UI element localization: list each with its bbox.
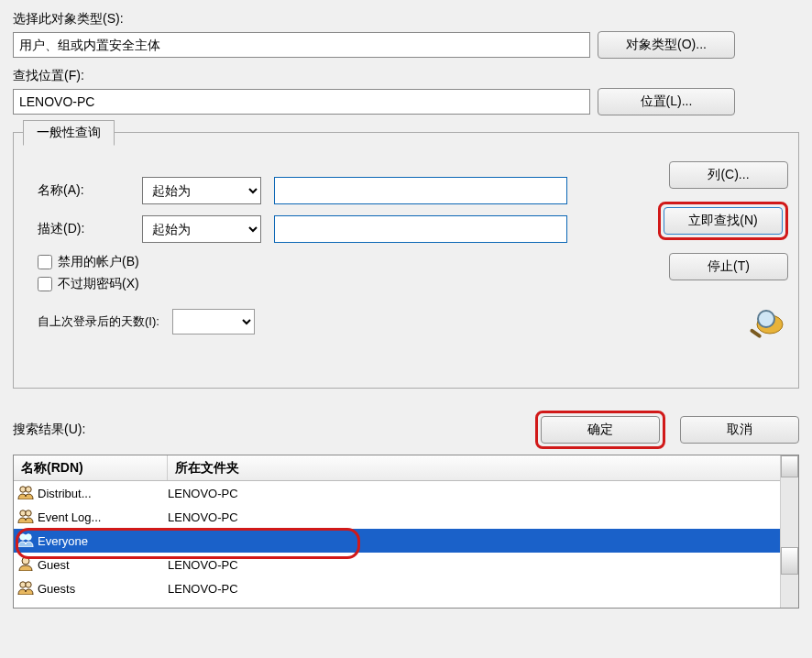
scroll-thumb[interactable] [781,547,798,575]
object-type-field[interactable]: 用户、组或内置安全主体 [13,32,590,58]
non-expiring-pw-label: 不过期密码(X) [58,276,139,292]
results-list[interactable]: 名称(RDN) 所在文件夹 Distribut...LENOVO-PCEvent… [13,455,799,609]
find-icon [733,304,788,341]
location-field[interactable]: LENOVO-PC [13,89,590,115]
result-name: Guests [38,582,75,596]
column-name-header[interactable]: 名称(RDN) [14,455,168,480]
search-results-label: 搜索结果(U): [13,422,521,438]
desc-input[interactable] [274,215,567,243]
svg-point-11 [26,581,31,587]
svg-point-3 [20,486,26,491]
find-now-button[interactable]: 立即查找(N) [664,207,783,235]
object-type-label: 选择此对象类型(S): [13,11,799,27]
user-icon [17,556,34,574]
lookup-location-label: 查找位置(F): [13,68,799,84]
group-icon [17,485,34,502]
object-types-button[interactable]: 对象类型(O)... [598,31,735,59]
desc-label: 描述(D): [38,221,129,237]
result-folder: LENOVO-PC [168,487,798,500]
name-label: 名称(A): [38,182,129,199]
svg-point-5 [20,510,26,515]
results-scrollbar[interactable] [780,455,798,608]
svg-point-1 [758,311,774,327]
result-name: Everyone [38,534,88,548]
result-folder: LENOVO-PC [168,558,798,572]
ok-button[interactable]: 确定 [541,416,660,444]
desc-match-combo[interactable]: 起始为 [142,215,261,243]
table-row[interactable]: Everyone [14,529,798,553]
table-row[interactable]: Distribut...LENOVO-PC [14,481,798,505]
table-row[interactable]: Event Log...LENOVO-PC [14,505,798,529]
svg-point-6 [26,510,31,515]
svg-point-4 [26,486,31,491]
disabled-accounts-label: 禁用的帐户(B) [58,254,139,270]
svg-point-8 [26,533,31,539]
group-icon [17,532,34,550]
cancel-button[interactable]: 取消 [680,416,799,444]
svg-point-7 [20,533,26,539]
find-now-highlight: 立即查找(N) [658,202,788,240]
group-icon [17,509,34,526]
stop-button[interactable]: 停止(T) [669,253,788,280]
ok-highlight: 确定 [535,411,665,449]
table-row[interactable]: GuestLENOVO-PC [14,553,798,576]
table-row[interactable]: GuestsLENOVO-PC [14,576,798,600]
result-folder: LENOVO-PC [168,510,798,524]
svg-point-10 [20,581,26,587]
days-since-login-label: 自上次登录后的天数(I): [38,313,159,330]
general-query-tab[interactable]: 一般性查询 [23,120,115,146]
select-principal-dialog: 选择此对象类型(S): 用户、组或内置安全主体 对象类型(O)... 查找位置(… [0,0,812,658]
name-match-combo[interactable]: 起始为 [142,177,261,204]
result-name: Distribut... [38,487,92,500]
result-name: Guest [38,558,70,572]
disabled-accounts-checkbox[interactable] [38,255,52,269]
columns-button[interactable]: 列(C)... [669,161,788,189]
days-since-login-combo[interactable] [172,309,255,334]
svg-point-9 [22,557,29,565]
name-input[interactable] [274,177,567,204]
column-folder-header[interactable]: 所在文件夹 [168,455,798,480]
non-expiring-pw-checkbox[interactable] [38,277,52,291]
group-icon [17,580,34,598]
result-name: Event Log... [38,510,101,524]
scroll-up-icon[interactable] [781,455,798,477]
result-folder: LENOVO-PC [168,582,798,596]
right-button-column: 列(C)... 立即查找(N) 停止(T) [658,161,788,341]
locations-button[interactable]: 位置(L)... [598,88,735,115]
results-header: 名称(RDN) 所在文件夹 [14,455,798,481]
